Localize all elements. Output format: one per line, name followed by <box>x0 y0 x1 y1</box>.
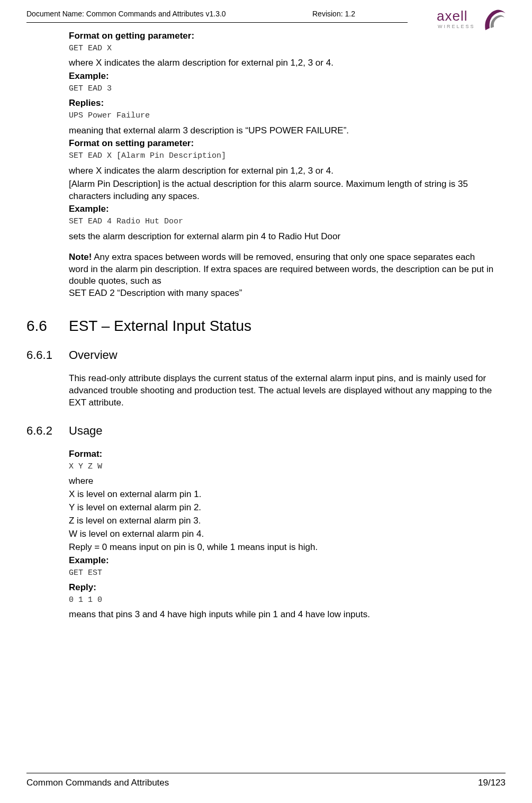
footer-divider <box>26 773 506 773</box>
subsection-number: 6.6.2 <box>26 424 69 438</box>
note-example: SET EAD 2 “Description with many spaces” <box>69 287 495 300</box>
replies-description: meaning that external alarm 3 descriptio… <box>69 125 495 137</box>
set-description-2: [Alarm Pin Description] is the actual de… <box>69 178 495 203</box>
revision: Revision: 1.2 <box>312 10 355 18</box>
footer-title: Common Commands and Attributes <box>26 778 169 788</box>
brand-logo: axell WIRELESS <box>437 7 511 35</box>
example-label-3: Example: <box>69 555 495 567</box>
note-text: Any extra spaces between words will be r… <box>69 252 493 286</box>
page-number: 19/123 <box>478 778 506 788</box>
subsection-title: Usage <box>69 424 103 438</box>
get-description: where X indicates the alarm description … <box>69 57 495 69</box>
main-content: Format on getting parameter: GET EAD X w… <box>69 30 495 300</box>
replies-label: Replies: <box>69 97 495 110</box>
subsection-title: Overview <box>69 348 118 362</box>
format-set-heading: Format on setting parameter: <box>69 138 495 150</box>
reply-desc: Reply = 0 means input on pin is 0, while… <box>69 542 495 554</box>
section-6-6-heading: 6.6 EST – External Input Status <box>26 318 506 335</box>
logo-text: axell <box>437 8 467 24</box>
section-6-6-1-heading: 6.6.1 Overview <box>26 348 506 362</box>
section-title: EST – External Input Status <box>69 318 251 335</box>
example-label-2: Example: <box>69 203 495 215</box>
overview-body: This read-only attribute displays the cu… <box>69 373 495 409</box>
usage-content: Format: X Y Z W where X is level on exte… <box>69 448 495 621</box>
get-example: GET EAD 3 <box>69 84 495 94</box>
section-number: 6.6 <box>26 318 69 335</box>
format-value: X Y Z W <box>69 462 495 472</box>
section-6-6-2-heading: 6.6.2 Usage <box>26 424 506 438</box>
page-header: Document Name: Common Commands and Attri… <box>26 10 506 18</box>
logo-swoosh-icon <box>485 10 506 30</box>
logo-subtext: WIRELESS <box>438 24 475 29</box>
set-description-1: where X indicates the alarm description … <box>69 165 495 177</box>
replies-value: UPS Power Failure <box>69 111 495 121</box>
set-example: SET EAD 4 Radio Hut Door <box>69 216 495 227</box>
reply-label: Reply: <box>69 582 495 594</box>
format-label: Format: <box>69 448 495 461</box>
subsection-number: 6.6.1 <box>26 348 69 362</box>
set-result: sets the alarm description for external … <box>69 231 495 243</box>
pin-3-desc: Z is level on external alarm pin 3. <box>69 515 495 527</box>
page-footer: Common Commands and Attributes 19/123 <box>26 773 506 788</box>
pin-1-desc: X is level on external alarm pin 1. <box>69 489 495 501</box>
doc-name: Document Name: Common Commands and Attri… <box>26 10 226 18</box>
example-label-1: Example: <box>69 70 495 83</box>
pin-4-desc: W is level on external alarm pin 4. <box>69 528 495 540</box>
reply-meaning: means that pins 3 and 4 have high inputs… <box>69 609 495 621</box>
note-label: Note! <box>69 252 92 262</box>
set-command: SET EAD X [Alarm Pin Description] <box>69 151 495 161</box>
example-command: GET EST <box>69 568 495 579</box>
where-label: where <box>69 475 495 488</box>
overview-content: This read-only attribute displays the cu… <box>69 373 495 409</box>
get-command: GET EAD X <box>69 43 495 54</box>
note-block: Note! Any extra spaces between words wil… <box>69 251 495 300</box>
header-divider <box>26 22 408 23</box>
reply-value: 0 1 1 0 <box>69 595 495 606</box>
format-get-heading: Format on getting parameter: <box>69 30 495 42</box>
pin-2-desc: Y is level on external alarm pin 2. <box>69 502 495 514</box>
